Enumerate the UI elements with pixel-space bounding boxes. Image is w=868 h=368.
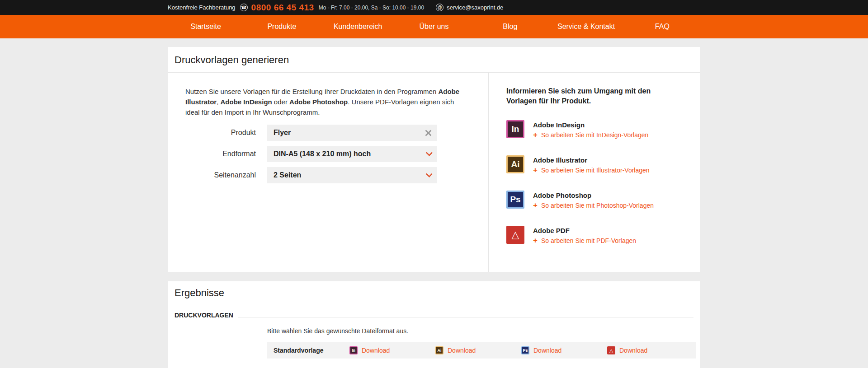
produkt-value: Flyer: [274, 129, 425, 137]
produkt-label: Produkt: [185, 129, 256, 137]
plus-icon: +: [533, 236, 538, 245]
pdf-download-link[interactable]: Download: [619, 347, 647, 354]
plus-icon: +: [533, 166, 538, 175]
produkt-row: Produkt Flyer: [185, 125, 483, 141]
pdf-icon: △: [607, 346, 615, 354]
plus-icon: +: [533, 130, 538, 140]
pdf-title: Adobe PDF: [533, 226, 636, 235]
template-generator-form: Produkt Flyer Endformat DIN-A5 (148 x 21…: [185, 125, 483, 183]
generator-card: Druckvorlagen generieren Nutzen Sie unse…: [168, 47, 700, 272]
chevron-down-icon[interactable]: [426, 149, 433, 157]
indesign-download-link[interactable]: Download: [362, 347, 390, 354]
photoshop-download-cell: Ps Download: [521, 346, 607, 354]
triangle-icon: △: [512, 229, 519, 241]
indesign-icon: In: [349, 346, 358, 354]
nav-item-faq[interactable]: FAQ: [624, 15, 700, 38]
consultation-label: Kostenfreie Fachberatung: [168, 4, 236, 11]
nav-item-kundenbereich[interactable]: Kundenbereich: [320, 15, 396, 38]
page-title: Druckvorlagen generieren: [175, 54, 693, 66]
seitenanzahl-select[interactable]: 2 Seiten: [267, 167, 437, 183]
photoshop-icon-label: Ps: [510, 195, 520, 205]
indesign-icon-label: In: [352, 348, 355, 353]
nav-item-startseite[interactable]: Startseite: [168, 15, 244, 38]
photoshop-icon: Ps: [521, 346, 529, 354]
endformat-row: Endformat DIN-A5 (148 x 210 mm) hoch: [185, 146, 483, 162]
plus-icon: +: [533, 201, 538, 210]
indesign-icon-label: In: [512, 124, 519, 134]
standardvorlage-label: Standardvorlage: [267, 347, 349, 354]
illustrator-download-cell: Ai Download: [435, 346, 521, 354]
illustrator-icon-label: Ai: [438, 348, 442, 353]
indesign-help-link[interactable]: +So arbeiten Sie mit InDesign-Vorlagen: [533, 130, 648, 140]
chevron-down-icon[interactable]: [426, 171, 433, 178]
illustrator-help-link[interactable]: +So arbeiten Sie mit Illustrator-Vorlage…: [533, 166, 650, 175]
opening-hours: Mo - Fr: 7.00 - 20.00, Sa - So: 10.00 - …: [319, 5, 424, 11]
template-info-column: Informieren Sie sich zum Umgang mit den …: [489, 73, 700, 272]
results-card: Ergebnisse DRUCKVORLAGEN Bitte wählen Si…: [168, 281, 700, 368]
illustrator-entry: Ai Adobe Illustrator +So arbeiten Sie mi…: [506, 155, 700, 175]
info-heading: Informieren Sie sich zum Umgang mit den …: [506, 86, 683, 106]
email-link[interactable]: service@saxoprint.de: [447, 4, 503, 11]
clear-icon[interactable]: [425, 130, 432, 136]
illustrator-icon: Ai: [435, 346, 443, 354]
pdf-icon: △: [506, 226, 524, 244]
seitenanzahl-row: Seitenanzahl 2 Seiten: [185, 167, 483, 183]
produkt-field[interactable]: Flyer: [267, 125, 437, 141]
druckvorlagen-section-label: DRUCKVORLAGEN: [175, 312, 233, 319]
endformat-select[interactable]: DIN-A5 (148 x 210 mm) hoch: [267, 146, 437, 162]
nav-item-ueber-uns[interactable]: Über uns: [396, 15, 472, 38]
results-title: Ergebnisse: [175, 287, 693, 299]
nav-item-service-kontakt[interactable]: Service & Kontakt: [548, 15, 624, 38]
top-bar: Kostenfreie Fachberatung ☎ 0800 66 45 41…: [0, 0, 868, 15]
photoshop-download-link[interactable]: Download: [533, 347, 561, 354]
photoshop-help-link[interactable]: +So arbeiten Sie mit Photoshop-Vorlagen: [533, 201, 654, 210]
intro-text: Nutzen Sie unsere Vorlagen für die Erste…: [185, 86, 469, 117]
pdf-help-link[interactable]: +So arbeiten Sie mit PDF-Vorlagen: [533, 236, 636, 245]
main-navigation: Startseite Produkte Kundenbereich Über u…: [0, 15, 868, 38]
generator-form-column: Nutzen Sie unsere Vorlagen für die Erste…: [168, 73, 489, 272]
seitenanzahl-label: Seitenanzahl: [185, 171, 256, 179]
photoshop-entry: Ps Adobe Photoshop +So arbeiten Sie mit …: [506, 191, 700, 210]
indesign-title: Adobe InDesign: [533, 121, 648, 129]
email-icon: @: [436, 4, 443, 11]
photoshop-icon: Ps: [506, 191, 524, 209]
indesign-icon: In: [506, 120, 524, 138]
photoshop-title: Adobe Photoshop: [533, 191, 654, 200]
phone-number-link[interactable]: 0800 66 45 413: [251, 3, 314, 13]
photoshop-icon-label: Ps: [523, 348, 528, 353]
indesign-help-link-label: So arbeiten Sie mit InDesign-Vorlagen: [541, 131, 648, 139]
pdf-help-link-label: So arbeiten Sie mit PDF-Vorlagen: [541, 237, 636, 244]
illustrator-icon: Ai: [506, 155, 524, 173]
nav-item-blog[interactable]: Blog: [472, 15, 548, 38]
section-divider: [238, 317, 693, 317]
photoshop-help-link-label: So arbeiten Sie mit Photoshop-Vorlagen: [541, 202, 654, 209]
indesign-entry: In Adobe InDesign +So arbeiten Sie mit I…: [506, 120, 700, 140]
standardvorlage-row: Standardvorlage In Download Ai Download …: [267, 342, 696, 359]
pdf-entry: △ Adobe PDF +So arbeiten Sie mit PDF-Vor…: [506, 226, 700, 245]
endformat-value: DIN-A5 (148 x 210 mm) hoch: [274, 150, 427, 158]
format-hint: Bitte wählen Sie das gewünschte Dateifor…: [267, 327, 693, 335]
nav-item-produkte[interactable]: Produkte: [244, 15, 320, 38]
seitenanzahl-value: 2 Seiten: [274, 171, 427, 179]
pdf-download-cell: △ Download: [607, 346, 693, 354]
triangle-icon: △: [609, 348, 613, 354]
indesign-download-cell: In Download: [349, 346, 435, 354]
illustrator-icon-label: Ai: [511, 159, 520, 169]
illustrator-download-link[interactable]: Download: [448, 347, 476, 354]
phone-icon: ☎: [240, 4, 248, 11]
endformat-label: Endformat: [185, 150, 256, 158]
illustrator-title: Adobe Illustrator: [533, 156, 650, 164]
illustrator-help-link-label: So arbeiten Sie mit Illustrator-Vorlagen: [541, 167, 650, 174]
